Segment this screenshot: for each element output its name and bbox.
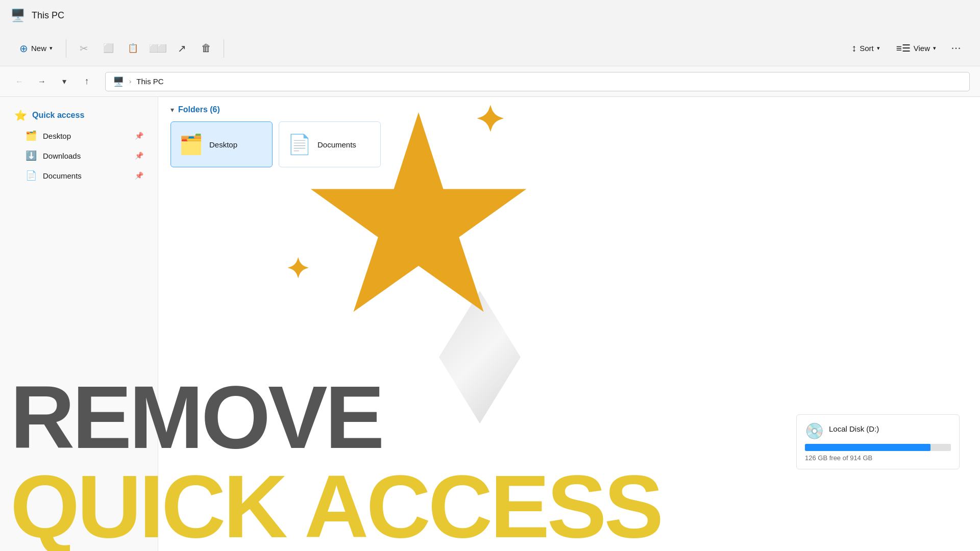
dropdown-icon: ▾ [62, 77, 66, 86]
toolbar-divider-1 [66, 39, 66, 58]
toolbar-divider-2 [224, 39, 224, 58]
desktop-folder-icon: 🗂️ [26, 130, 37, 141]
content-pane: ▾ Folders (6) 🗂️ Desktop 📄 Documents [158, 97, 980, 551]
sidebar-documents-label: Documents [43, 171, 129, 180]
rename-icon: ⬜⬜ [149, 44, 165, 53]
sidebar-item-desktop[interactable]: 🗂️ Desktop 📌 [4, 126, 154, 145]
new-label: New [31, 44, 46, 53]
sidebar-quick-access[interactable]: ⭐ Quick access [4, 105, 154, 126]
address-separator: › [129, 78, 131, 85]
disk-bar-fill [805, 444, 930, 451]
sidebar-item-documents[interactable]: 📄 Documents 📌 [4, 166, 154, 185]
new-dropdown-icon: ▾ [50, 45, 53, 52]
disk-info: 126 GB free of 914 GB [805, 454, 951, 462]
folder-documents-icon: 📄 [287, 133, 311, 156]
disk-icon: 💿 [805, 422, 824, 440]
quick-access-icon: ⭐ [14, 109, 27, 121]
rename-button[interactable]: ⬜⬜ [146, 37, 168, 60]
sidebar: ⭐ Quick access 🗂️ Desktop 📌 ⬇️ Downloads… [0, 97, 158, 551]
disk-bar-background [805, 444, 951, 451]
folder-item-documents[interactable]: 📄 Documents [279, 121, 381, 167]
documents-icon: 📄 [26, 170, 37, 181]
sort-dropdown-icon: ▾ [877, 45, 880, 52]
view-icon: ≡☰ [896, 42, 911, 54]
toolbar: ⊕ New ▾ ✂ ⬜ 📋 ⬜⬜ ↗ 🗑 ↕ Sort ▾ ≡☰ View ▾ … [0, 31, 980, 66]
folders-grid: 🗂️ Desktop 📄 Documents [170, 121, 968, 167]
share-icon: ↗ [178, 42, 186, 55]
delete-button[interactable]: 🗑 [195, 37, 217, 60]
view-dropdown-icon: ▾ [933, 45, 936, 52]
sort-label: Sort [860, 44, 874, 53]
more-icon: ··· [951, 44, 961, 53]
folder-desktop-label: Desktop [209, 140, 237, 149]
main-area: ⭐ Quick access 🗂️ Desktop 📌 ⬇️ Downloads… [0, 97, 980, 551]
back-icon: ← [15, 77, 23, 86]
cut-button[interactable]: ✂ [72, 37, 95, 60]
copy-icon: ⬜ [103, 43, 114, 54]
folder-documents-label: Documents [317, 140, 356, 149]
paste-button[interactable]: 📋 [121, 37, 144, 60]
disk-title: Local Disk (D:) [829, 424, 879, 433]
sidebar-item-downloads[interactable]: ⬇️ Downloads 📌 [4, 146, 154, 165]
quick-access-label: Quick access [32, 111, 84, 120]
pin-icon-desktop: 📌 [135, 132, 143, 140]
sort-button[interactable]: ↕ Sort ▾ [845, 37, 887, 60]
pin-icon-documents: 📌 [135, 171, 143, 180]
share-button[interactable]: ↗ [170, 37, 193, 60]
window-icon: 🖥️ [10, 8, 26, 22]
folders-collapse-button[interactable]: ▾ [170, 106, 174, 114]
window-title: This PC [32, 10, 64, 21]
dropdown-button[interactable]: ▾ [55, 72, 74, 91]
folders-title: Folders (6) [178, 105, 220, 114]
up-button[interactable]: ↑ [78, 72, 96, 91]
copy-button[interactable]: ⬜ [97, 37, 119, 60]
paste-icon: 📋 [128, 43, 138, 54]
pin-icon-downloads: 📌 [135, 152, 143, 160]
folders-section-header: ▾ Folders (6) [170, 105, 968, 114]
forward-button[interactable]: → [33, 72, 51, 91]
delete-icon: 🗑 [201, 42, 211, 54]
sidebar-downloads-label: Downloads [43, 152, 129, 160]
address-bar[interactable]: 🖥️ › This PC [105, 72, 970, 91]
address-pc-icon: 🖥️ [113, 76, 124, 87]
forward-icon: → [38, 77, 46, 86]
folder-desktop-icon: 🗂️ [179, 133, 203, 156]
cut-icon: ✂ [80, 42, 88, 55]
back-button[interactable]: ← [10, 72, 29, 91]
address-row: ← → ▾ ↑ 🖥️ › This PC [0, 66, 980, 97]
folder-item-desktop[interactable]: 🗂️ Desktop [170, 121, 273, 167]
more-button[interactable]: ··· [945, 37, 968, 60]
disk-panel: 💿 Local Disk (D:) 126 GB free of 914 GB [796, 414, 960, 469]
title-bar: 🖥️ This PC [0, 0, 980, 31]
address-path: This PC [136, 77, 163, 86]
new-icon: ⊕ [19, 42, 28, 55]
sort-icon: ↕ [852, 43, 857, 54]
view-label: View [914, 44, 930, 53]
new-button[interactable]: ⊕ New ▾ [12, 37, 60, 60]
view-button[interactable]: ≡☰ View ▾ [889, 37, 943, 60]
up-icon: ↑ [85, 76, 89, 87]
sidebar-desktop-label: Desktop [43, 132, 129, 140]
downloads-icon: ⬇️ [26, 150, 37, 161]
